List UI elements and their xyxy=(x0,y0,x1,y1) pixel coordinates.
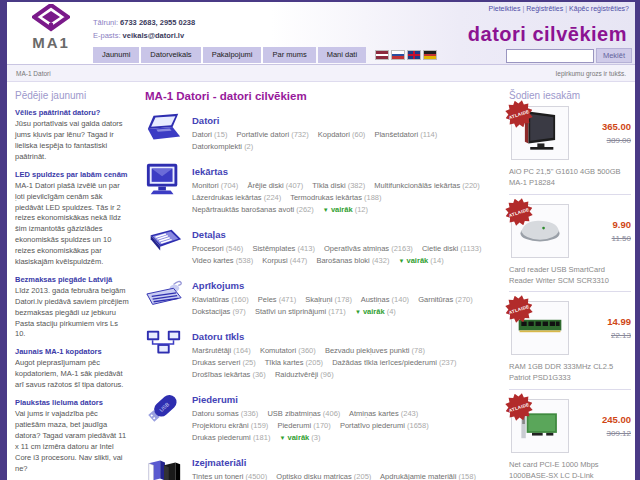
product-thumbnail: ATLAIDE xyxy=(511,204,569,258)
subcategory-link[interactable]: Procesori (546) xyxy=(192,244,243,253)
news-item-text: Vai jums ir vajadzība pēc patiešām maza,… xyxy=(15,409,129,474)
latvian-flag[interactable] xyxy=(375,50,389,60)
subcategory-link[interactable]: Dokstacijas (97) xyxy=(192,307,246,316)
nav-tab-datorveikals[interactable]: Datorveikals xyxy=(141,47,200,63)
nav-tabs: JaunumiDatorveikalsPakalpojumiPar mumsMa… xyxy=(93,47,368,63)
subcategory-link[interactable]: Cietie diski (1133) xyxy=(422,244,481,253)
subcategory-link[interactable]: Kopdatori (60) xyxy=(318,130,366,139)
nav-tab-pakalpojumi[interactable]: Pakalpojumi xyxy=(203,47,262,63)
category-title-link[interactable]: Izejmateriāli xyxy=(192,457,246,468)
subcategory-link[interactable]: Datorkomplekti (2) xyxy=(192,142,253,151)
category-block: Izejmateriāli Tintes un toneri (4500) Op… xyxy=(145,452,497,480)
subcategory-link[interactable]: Tintes un toneri (4500) xyxy=(192,472,267,480)
subcategory-link[interactable]: Drukas piederumi (181) xyxy=(192,433,270,442)
account-link-2[interactable]: Reģistrēties xyxy=(526,5,563,12)
russian-flag[interactable] xyxy=(391,50,405,60)
subcategory-link[interactable]: Termodrukas iekārtas (188) xyxy=(290,193,381,202)
more-link[interactable]: ▼ vairāk (3) xyxy=(279,433,320,442)
subcategory-link[interactable]: Komutatori (360) xyxy=(260,346,316,355)
more-link[interactable]: ▼ vairāk (4) xyxy=(355,307,396,316)
category-title-link[interactable]: Piederumi xyxy=(192,394,238,405)
news-item-title[interactable]: Bezmaksas piegāde Latvijā xyxy=(15,275,129,285)
subcategory-link[interactable]: Monitori (704) xyxy=(192,181,238,190)
category-title-link[interactable]: Detaļas xyxy=(192,229,226,240)
subcategory-link[interactable]: Drukas serveri (25) xyxy=(192,358,256,367)
category-title-link[interactable]: Datoru tīkls xyxy=(192,331,244,342)
subcategory-link[interactable]: Multifunkcionālās iekārtas (220) xyxy=(374,181,479,190)
category-list: Datori Datori (15) Portatīvie datori (73… xyxy=(145,110,497,480)
logo-text: MA1 xyxy=(32,34,70,51)
news-item: Vēlies paātrināt datoru? Jūsu portatīvai… xyxy=(15,108,129,163)
site-logo[interactable]: MA1 xyxy=(19,4,83,52)
british-flag[interactable] xyxy=(407,50,421,60)
subcategory-link[interactable]: Operatīvās atmiņas (2163) xyxy=(324,244,413,253)
nav-tab-jaunumi[interactable]: Jaunumi xyxy=(93,47,139,63)
category-title-link[interactable]: Iekārtas xyxy=(192,166,228,177)
subcategory-link[interactable]: Video kartes (538) xyxy=(192,256,253,265)
subcategory-link[interactable]: Drošības iekārtas (36) xyxy=(192,370,266,379)
subcategory-link[interactable]: Datori (15) xyxy=(192,130,227,139)
subcategory-link[interactable]: Skaļruņi (178) xyxy=(305,295,352,304)
subcategory-link[interactable]: Peles (471) xyxy=(258,295,296,304)
category-title-link[interactable]: Aprīkojums xyxy=(192,280,244,291)
product-card[interactable]: ATLAIDE 9.90 11.50 Card reader USB Smart… xyxy=(509,202,631,293)
subcategory-link[interactable]: USB zibatmiņas (406) xyxy=(267,409,340,418)
product-card[interactable]: ATLAIDE 365.00 389.00 AiO PC 21,5" G1610… xyxy=(509,104,631,195)
german-flag[interactable] xyxy=(423,50,437,60)
subcategory-links: Procesori (546) Sistēmplates (413) Opera… xyxy=(192,243,497,267)
product-card[interactable]: ATLAIDE 14.99 22.13 RAM 1GB DDR 333MHz C… xyxy=(509,299,631,390)
subcategory-link[interactable]: Maršrutētāji (164) xyxy=(192,346,251,355)
product-list: ATLAIDE 365.00 389.00 AiO PC 21,5" G1610… xyxy=(509,104,631,480)
subcategory-link[interactable]: Optisko disku matricas (205) xyxy=(276,472,371,480)
discount-badge-label: ATLAIDE xyxy=(508,206,530,217)
nav-tab-mani-dati[interactable]: Mani dati xyxy=(318,47,366,63)
subcategory-link[interactable]: Nepārtrauktās barošanas avoti (262) xyxy=(192,205,314,214)
more-link[interactable]: ▼ vairāk (12) xyxy=(323,205,368,214)
news-item-title[interactable]: LED spuldzes par labām cenām xyxy=(15,170,129,180)
search-input[interactable] xyxy=(506,49,594,63)
subcategory-link[interactable]: Klaviatūras (160) xyxy=(192,295,249,304)
account-link-3[interactable]: Kāpēc reģistrēties? xyxy=(569,5,629,12)
subcategory-link[interactable]: Ārējie diski (407) xyxy=(247,181,303,190)
product-name[interactable]: AiO PC 21,5" G1610 4GB 500GB MA-1 P18284 xyxy=(509,166,631,189)
product-name[interactable]: RAM 1GB DDR 333MHz CL2.5 Patriot PSD1G33… xyxy=(509,361,631,384)
breadcrumb[interactable]: MA-1 Datori xyxy=(16,70,51,77)
more-link[interactable]: ▼ vairāk (14) xyxy=(398,256,443,265)
news-item-title[interactable]: Jaunais MA-1 kopdators xyxy=(15,347,129,357)
subcategory-link[interactable]: Portatīvie datori (732) xyxy=(237,130,309,139)
subcategory-link[interactable]: Statīvi un stiprinājumi (171) xyxy=(255,307,346,316)
product-name[interactable]: Card reader USB SmartCard Reader Writer … xyxy=(509,264,631,287)
subcategory-link[interactable]: Korpusi (447) xyxy=(262,256,307,265)
news-item-title[interactable]: Vēlies paātrināt datoru? xyxy=(15,108,129,118)
subcategory-link[interactable]: Planšetdatori (114) xyxy=(374,130,437,139)
category-title-link[interactable]: Datori xyxy=(192,115,219,126)
subcategory-link[interactable]: Garnitūras (270) xyxy=(418,295,473,304)
subcategory-link[interactable]: Raiduztvērēji (96) xyxy=(275,370,334,379)
subcategory-link[interactable]: Projektoru ekrāni (159) xyxy=(192,421,268,430)
nav-tab-par-mums[interactable]: Par mums xyxy=(263,47,315,63)
subcategory-link[interactable]: Barošanas bloki (432) xyxy=(316,256,389,265)
news-item: LED spuldzes par labām cenām MA-1 Datori… xyxy=(15,170,129,268)
subcategory-link[interactable]: Piederumi (170) xyxy=(277,421,330,430)
contact-info: Tālruņi: 6733 2683, 2955 0238 E-pasts: v… xyxy=(93,17,195,43)
subcategory-link[interactable]: Portatīvo piederumi (1658) xyxy=(340,421,429,430)
subcategory-link[interactable]: Apdrukājamie materiāli (158) xyxy=(380,472,476,480)
product-old-price: 22.13 xyxy=(607,331,631,340)
subcategory-link[interactable]: Dažādas tīkla ierīces/piederumi (237) xyxy=(332,358,456,367)
email-address[interactable]: veikals@datori.lv xyxy=(123,31,185,40)
subcategory-link[interactable]: Datoru somas (336) xyxy=(192,409,258,418)
subcategory-link[interactable]: Sistēmplates (413) xyxy=(252,244,315,253)
subcategory-link[interactable]: Lāzerdrukas iekārtas (224) xyxy=(192,193,281,202)
subcategory-link[interactable]: Austiņas (140) xyxy=(361,295,409,304)
subcategory-link[interactable]: Atmiņas kartes (243) xyxy=(349,409,418,418)
main-nav: JaunumiDatorveikalsPakalpojumiPar mumsMa… xyxy=(93,47,439,63)
separator: | xyxy=(522,5,524,12)
subcategory-link[interactable]: Tīkla kartes (205) xyxy=(265,358,323,367)
news-item-title[interactable]: Plaukstas lieluma dators xyxy=(15,398,129,408)
subcategory-link[interactable]: Tīkla diski (382) xyxy=(312,181,365,190)
search-button[interactable]: Meklēt xyxy=(596,48,632,63)
product-card[interactable]: ATLAIDE 245.00 309.12 Net card PCI-E 100… xyxy=(509,397,631,480)
account-link-1[interactable]: Pieteikties xyxy=(489,5,521,12)
product-name[interactable]: Net card PCI-E 1000 Mbps 1000BASE-SX LC … xyxy=(509,459,631,480)
subcategory-link[interactable]: Bezvadu piekļuves punkti (78) xyxy=(325,346,425,355)
